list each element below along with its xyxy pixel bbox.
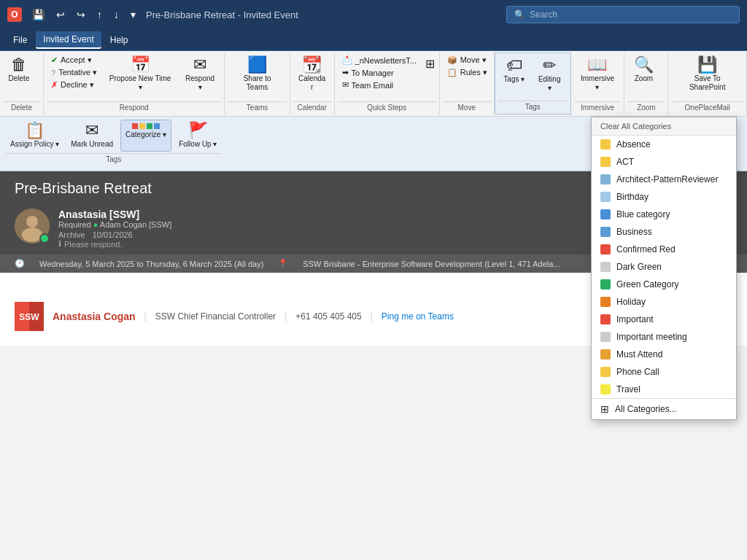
category-item-5[interactable]: Business (592, 223, 736, 241)
category-item-14[interactable]: Travel (592, 381, 736, 398)
ribbon-group-move-content: 📦 Move ▾ 📋 Rules ▾ (443, 54, 491, 100)
to-manager-button[interactable]: ➡ To Manager (338, 66, 421, 79)
editing-label: Editing ▾ (536, 75, 563, 93)
zoom-button[interactable]: 🔍 Zoom (627, 54, 659, 86)
accept-check-icon: ✔ (51, 55, 58, 65)
category-color-dot (600, 209, 611, 219)
ribbon-group-immersive-content: 📖 Immersive ▾ (574, 54, 622, 100)
category-item-3[interactable]: Birthday (592, 188, 736, 206)
editing-icon: ✏ (543, 58, 556, 74)
contact-phone[interactable]: +61 405 405 405 (295, 311, 361, 322)
category-item-7[interactable]: Dark Green (592, 258, 736, 276)
category-item-12[interactable]: Must Attend (592, 346, 736, 363)
ribbon-group-tags-expanded: 📋 Assign Policy ▾ ✉ Mark Unread Categori… (3, 118, 224, 166)
info-icon: ℹ (58, 239, 61, 249)
contact-name-row: Anastasia Cogan | SSW Chief Financial Co… (53, 311, 454, 322)
category-item-1[interactable]: ACT (592, 153, 736, 171)
delete-label: Delete (9, 74, 30, 83)
category-label: Phone Call (616, 367, 659, 377)
rules-button[interactable]: 📋 Rules ▾ (443, 66, 492, 79)
delete-group-label: Delete (3, 101, 40, 113)
category-label: Confirmed Red (616, 244, 676, 254)
up-button[interactable]: ↑ (93, 7, 107, 22)
share-to-teams-button[interactable]: 🟦 Share to Teams (228, 54, 287, 95)
required-dot: ● (93, 220, 100, 229)
down-button[interactable]: ↓ (109, 7, 123, 22)
respond-group-label: Respond (47, 101, 221, 113)
follow-up-button[interactable]: 🚩 Follow Up ▾ (174, 120, 221, 152)
tentative-button[interactable]: ? Tentative ▾ (47, 66, 101, 79)
quicksteps-more-button[interactable]: ⊞ (422, 54, 438, 74)
accept-button[interactable]: ✔ Accept ▾ (47, 54, 101, 66)
contact-name[interactable]: Anastasia Cogan (53, 311, 136, 322)
ribbon-group-calendar-content: 📆 Calendar (293, 54, 331, 100)
calendar-button[interactable]: 📆 Calendar (293, 54, 331, 95)
respond-button[interactable]: ✉ Respond ▾ (179, 54, 221, 95)
follow-up-icon: 🚩 (188, 122, 208, 139)
category-label: Architect-PatternReviewer (616, 174, 718, 184)
newsletters-icon: 📩 (342, 55, 352, 65)
ribbon-group-delete: 🗑 Delete Delete (0, 52, 44, 114)
category-item-4[interactable]: Blue category (592, 206, 736, 223)
immersive-button[interactable]: 📖 Immersive ▾ (574, 54, 622, 95)
teams-group-label: Teams (228, 101, 287, 113)
sep2: | (285, 311, 287, 322)
tentative-icon: ? (51, 69, 55, 77)
clear-all-categories[interactable]: Clear All Categories (592, 117, 736, 136)
propose-new-time-button[interactable]: 📅 Propose New Time ▾ (103, 54, 177, 95)
tags-button[interactable]: 🏷 Tags ▾ (498, 55, 530, 87)
please-respond: ℹ Please respond. (58, 239, 673, 249)
ribbon-group-zoom: 🔍 Zoom Zoom (624, 52, 668, 114)
save-button[interactable]: 💾 (28, 7, 49, 22)
tentative-label: Tentative ▾ (58, 68, 97, 77)
sep3: | (371, 311, 373, 322)
category-label: Blue category (616, 209, 670, 219)
clock-icon: 🕐 (15, 259, 25, 268)
zoom-icon: 🔍 (634, 57, 654, 73)
oneplacemail-group-label: OnePlaceMail (671, 101, 743, 113)
archive-label[interactable]: Archive (58, 230, 85, 239)
decline-button[interactable]: ✗ Decline ▾ (47, 79, 101, 91)
svg-point-1 (26, 216, 38, 228)
ribbon-group-immersive: 📖 Immersive ▾ Immersive (571, 52, 625, 114)
calendar-icon: 📆 (302, 57, 322, 73)
category-item-2[interactable]: Architect-PatternReviewer (592, 171, 736, 188)
contact-details-block: Anastasia Cogan | SSW Chief Financial Co… (53, 311, 454, 322)
all-categories-item[interactable]: ⊞All Categories... (592, 398, 736, 419)
category-item-9[interactable]: Holiday (592, 293, 736, 311)
ping-teams-link[interactable]: Ping me on Teams (382, 311, 454, 322)
search-input[interactable] (530, 9, 732, 20)
ribbon-group-move: 📦 Move ▾ 📋 Rules ▾ Move (440, 52, 495, 114)
category-item-11[interactable]: Important meeting (592, 328, 736, 346)
menu-file[interactable]: File (6, 32, 34, 48)
category-item-10[interactable]: Important (592, 311, 736, 328)
team-email-button[interactable]: ✉ Team Email (338, 79, 421, 91)
decline-icon: ✗ (51, 80, 58, 90)
categorize-button[interactable]: Categorize ▾ (120, 120, 171, 152)
category-item-6[interactable]: Confirmed Red (592, 241, 736, 258)
ribbon-group-quicksteps: 📩 _nNewslettersT... ➡ To Manager ✉ Team … (335, 52, 440, 114)
move-button[interactable]: 📦 Move ▾ (443, 54, 492, 66)
dropdown-button[interactable]: ▾ (126, 7, 140, 22)
assign-policy-button[interactable]: 📋 Assign Policy ▾ (6, 120, 63, 152)
undo-button[interactable]: ↩ (52, 7, 69, 22)
immersive-label: Immersive ▾ (578, 74, 617, 92)
event-date: Wednesday, 5 March 2025 to Thursday, 6 M… (39, 260, 263, 268)
newsletters-button[interactable]: 📩 _nNewslettersT... (338, 54, 421, 66)
redo-button[interactable]: ↪ (72, 7, 90, 22)
menu-help[interactable]: Help (103, 32, 136, 48)
mark-unread-button[interactable]: ✉ Mark Unread (66, 120, 117, 152)
delete-button[interactable]: 🗑 Delete (3, 54, 35, 86)
category-label: Dark Green (616, 262, 662, 272)
respond-icon: ✉ (193, 57, 206, 73)
editing-button[interactable]: ✏ Editing ▾ (532, 55, 568, 96)
category-label: Holiday (616, 297, 646, 307)
category-item-0[interactable]: Absence (592, 136, 736, 153)
ribbon-group-calendar: 📆 Calendar Calendar (290, 52, 335, 114)
search-bar[interactable]: 🔍 (506, 6, 740, 23)
category-color-dot (600, 367, 611, 377)
menu-invited-event[interactable]: Invited Event (36, 31, 101, 49)
category-item-8[interactable]: Green Category (592, 276, 736, 293)
category-item-13[interactable]: Phone Call (592, 363, 736, 381)
save-to-sharepoint-button[interactable]: 💾 Save To SharePoint (671, 54, 743, 95)
